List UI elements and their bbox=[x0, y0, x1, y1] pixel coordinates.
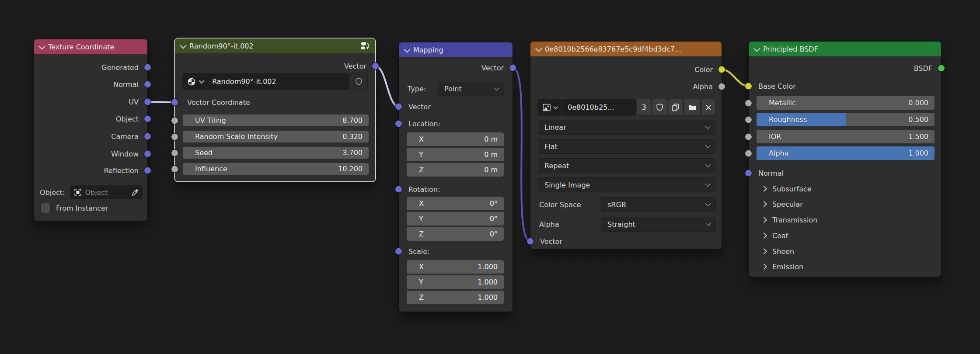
socket-input-location[interactable] bbox=[395, 121, 402, 127]
metallic-slider[interactable]: Metallic0.000 bbox=[757, 96, 935, 110]
socket-output-object[interactable] bbox=[144, 116, 151, 122]
group-name-value[interactable]: Random90°-it.002 bbox=[206, 77, 344, 86]
unlink-image-button[interactable] bbox=[701, 99, 715, 115]
param-slider-random-scale-intensity[interactable]: Random Scale Intensity0.320 bbox=[183, 131, 369, 142]
group-datablock-field[interactable]: Random90°-it.002 bbox=[183, 73, 349, 90]
alpha-slider[interactable]: Alpha1.000 bbox=[757, 146, 935, 160]
socket-input-ior[interactable] bbox=[745, 133, 752, 140]
image-name-field[interactable]: 0e8010b25... bbox=[562, 99, 636, 115]
section-emission[interactable]: Emission bbox=[772, 263, 803, 271]
collapse-chevron-icon[interactable] bbox=[404, 46, 411, 53]
socket-input-vector[interactable] bbox=[527, 238, 534, 245]
slider-value: 1.000 bbox=[908, 149, 935, 157]
node-header-mapping[interactable]: Mapping bbox=[399, 42, 513, 57]
expand-chevron-icon[interactable] bbox=[761, 248, 767, 254]
node-principled-bsdf[interactable]: Principled BSDF BSDF Base Color Metallic… bbox=[749, 42, 941, 277]
interpolation-dropdown[interactable]: Linear bbox=[538, 120, 715, 134]
extension-dropdown[interactable]: Repeat bbox=[538, 159, 715, 173]
node-group-random90[interactable]: Random90°-it.002 Vector Random90°-it.002 bbox=[175, 38, 375, 181]
socket-input-seed[interactable] bbox=[171, 149, 178, 156]
param-slider-influence[interactable]: Influence10.200 bbox=[183, 163, 369, 175]
section-specular[interactable]: Specular bbox=[772, 200, 803, 208]
socket-input-scale[interactable] bbox=[395, 248, 402, 255]
collapse-chevron-icon[interactable] bbox=[535, 45, 542, 52]
node-texture-coordinate[interactable]: Texture Coordinate Generated Normal UV O… bbox=[34, 39, 147, 221]
expand-chevron-icon[interactable] bbox=[761, 217, 767, 223]
socket-input-metallic[interactable] bbox=[745, 100, 752, 106]
from-instancer-checkbox[interactable] bbox=[41, 203, 50, 213]
close-x-icon bbox=[705, 104, 712, 111]
duplicate-image-button[interactable] bbox=[668, 99, 683, 115]
expand-chevron-icon[interactable] bbox=[761, 264, 767, 270]
socket-output-bsdf[interactable] bbox=[938, 65, 945, 72]
rotation-x-field[interactable]: X0° bbox=[407, 197, 504, 210]
projection-dropdown[interactable]: Flat bbox=[538, 139, 715, 153]
socket-output-color[interactable] bbox=[718, 66, 725, 73]
location-z-field[interactable]: Z0 m bbox=[407, 163, 504, 177]
node-editor-canvas[interactable]: Texture Coordinate Generated Normal UV O… bbox=[0, 0, 980, 354]
node-header-image-texture[interactable]: 0e8010b2566a83767e5c9df4bd3dc7... bbox=[530, 42, 722, 56]
datablock-dropdown-chevron-icon[interactable] bbox=[199, 78, 205, 84]
ior-slider[interactable]: IOR1.500 bbox=[757, 130, 935, 143]
socket-input-base-color[interactable] bbox=[745, 83, 752, 90]
open-image-button[interactable] bbox=[684, 99, 700, 115]
param-slider-seed[interactable]: Seed3.700 bbox=[183, 147, 369, 159]
node-image-texture[interactable]: 0e8010b2566a83767e5c9df4bd3dc7... Color … bbox=[530, 42, 722, 249]
image-users-count-button[interactable]: 3 bbox=[637, 99, 651, 115]
expand-chevron-icon[interactable] bbox=[761, 233, 767, 239]
node-header-texture-coordinate[interactable]: Texture Coordinate bbox=[34, 39, 147, 54]
location-y-field[interactable]: Y0 m bbox=[407, 148, 504, 161]
socket-output-uv[interactable] bbox=[144, 99, 151, 105]
scale-x-field[interactable]: X1.000 bbox=[407, 260, 504, 274]
image-name-value: 0e8010b25... bbox=[568, 103, 614, 111]
socket-output-window[interactable] bbox=[144, 151, 151, 157]
socket-input-vector-coordinate[interactable] bbox=[171, 99, 178, 106]
scale-y-field[interactable]: Y1.000 bbox=[407, 275, 504, 289]
eyedropper-icon[interactable] bbox=[131, 189, 139, 196]
collapse-chevron-icon[interactable] bbox=[753, 45, 760, 52]
section-transmission[interactable]: Transmission bbox=[772, 216, 817, 224]
scale-z-field[interactable]: Z1.000 bbox=[407, 291, 504, 304]
socket-output-camera[interactable] bbox=[144, 133, 151, 140]
roughness-slider[interactable]: Roughness0.500 bbox=[757, 113, 935, 126]
fake-user-shield-button[interactable] bbox=[350, 73, 367, 90]
rotation-label: Rotation: bbox=[408, 185, 440, 194]
node-header-principled-bsdf[interactable]: Principled BSDF bbox=[749, 42, 941, 56]
node-mapping[interactable]: Mapping Vector Type: Point Vector Locati… bbox=[399, 42, 513, 312]
socket-input-random-scale-intensity[interactable] bbox=[171, 133, 178, 140]
expand-chevron-icon[interactable] bbox=[761, 186, 767, 192]
section-subsurface[interactable]: Subsurface bbox=[772, 185, 812, 193]
image-datablock-menu[interactable] bbox=[538, 99, 561, 115]
collapse-chevron-icon[interactable] bbox=[38, 43, 45, 50]
socket-input-uv-tiling[interactable] bbox=[171, 117, 178, 124]
socket-input-alpha[interactable] bbox=[745, 150, 752, 156]
collapse-chevron-icon[interactable] bbox=[180, 42, 187, 49]
socket-input-normal[interactable] bbox=[745, 170, 752, 177]
socket-input-influence[interactable] bbox=[171, 166, 178, 172]
rotation-y-field[interactable]: Y0° bbox=[407, 212, 504, 226]
socket-input-vector[interactable] bbox=[395, 104, 402, 110]
socket-output-alpha[interactable] bbox=[718, 83, 725, 90]
mapping-type-dropdown[interactable]: Point bbox=[438, 82, 504, 96]
socket-output-vector[interactable] bbox=[372, 63, 379, 69]
socket-output-reflection[interactable] bbox=[144, 167, 151, 174]
color-space-dropdown[interactable]: sRGB bbox=[601, 198, 715, 212]
rotation-z-field[interactable]: Z0° bbox=[407, 227, 504, 241]
dropdown-chevron-icon bbox=[705, 123, 711, 129]
socket-input-rotation[interactable] bbox=[395, 186, 402, 193]
expand-chevron-icon[interactable] bbox=[761, 201, 767, 207]
socket-output-generated[interactable] bbox=[144, 64, 151, 71]
socket-input-roughness[interactable] bbox=[745, 116, 752, 123]
socket-output-vector[interactable] bbox=[509, 65, 516, 71]
section-coat[interactable]: Coat bbox=[772, 232, 788, 240]
source-dropdown[interactable]: Single Image bbox=[538, 178, 715, 192]
alpha-mode-label: Alpha bbox=[539, 220, 559, 229]
location-x-field[interactable]: X0 m bbox=[407, 132, 504, 146]
socket-output-normal[interactable] bbox=[144, 81, 151, 88]
object-picker-field[interactable]: Object bbox=[70, 186, 143, 199]
section-sheen[interactable]: Sheen bbox=[772, 247, 794, 256]
fake-user-shield-button[interactable] bbox=[652, 99, 667, 115]
node-header-random90[interactable]: Random90°-it.002 bbox=[175, 38, 375, 53]
param-slider-uv-tiling[interactable]: UV Tiling8.700 bbox=[183, 115, 369, 126]
alpha-mode-dropdown[interactable]: Straight bbox=[601, 217, 715, 231]
